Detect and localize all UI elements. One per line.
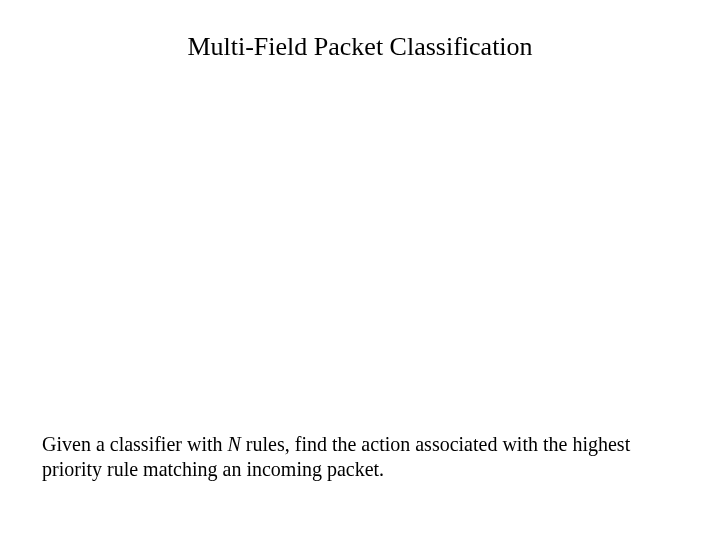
body-text-part1: Given a classifier with bbox=[42, 433, 228, 455]
body-italic: N bbox=[228, 433, 241, 455]
slide-body: Given a classifier with N rules, find th… bbox=[42, 432, 678, 482]
slide-title: Multi-Field Packet Classification bbox=[0, 32, 720, 62]
